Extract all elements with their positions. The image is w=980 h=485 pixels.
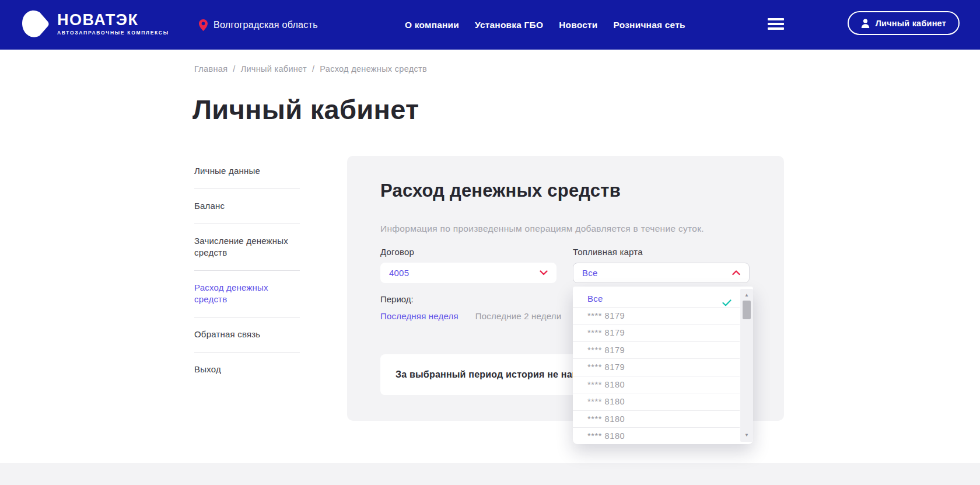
- chevron-up-icon: [732, 270, 740, 275]
- logo-title: НОВАТЭК: [57, 12, 169, 28]
- breadcrumb-separator: /: [233, 64, 235, 74]
- breadcrumb-item-1[interactable]: Личный кабинет: [241, 64, 307, 74]
- page-title: Личный кабинет: [192, 93, 419, 125]
- fuel-card-option-8[interactable]: **** 8180: [573, 428, 740, 444]
- fuel-card-label: Топливная карта: [573, 247, 643, 257]
- fuel-card-option-5[interactable]: **** 8180: [573, 376, 740, 394]
- period-links: Последняя неделяПоследние 2 недели: [380, 311, 561, 321]
- user-icon: [861, 19, 870, 28]
- fuel-card-option-0[interactable]: Все: [573, 290, 740, 308]
- region-label: Волгоградская область: [214, 20, 318, 30]
- contract-select[interactable]: 4005: [380, 263, 556, 283]
- logo-subtitle: АВТОЗАПРАВОЧНЫЕ КОМПЛЕКСЫ: [57, 30, 169, 36]
- fuel-card-option-2[interactable]: **** 8179: [573, 325, 740, 342]
- footer: [0, 463, 980, 485]
- fuel-card-option-7[interactable]: **** 8180: [573, 411, 740, 428]
- account-button[interactable]: Личный кабинет: [848, 11, 960, 35]
- fuel-card-option-3[interactable]: **** 8179: [573, 342, 740, 360]
- location-pin-icon: [199, 19, 208, 31]
- fuel-card-dropdown: Все**** 8179**** 8179**** 8179**** 8179*…: [573, 287, 753, 444]
- period-link-1[interactable]: Последние 2 недели: [475, 311, 561, 321]
- sidebar-item-5[interactable]: Выход: [194, 364, 300, 387]
- fuel-card-select-value: Все: [582, 268, 597, 278]
- sidebar-item-0[interactable]: Личные данные: [194, 165, 300, 189]
- breadcrumb: Главная/Личный кабинет/Расход денежных с…: [194, 64, 427, 74]
- triangle-up-icon[interactable]: ▲: [740, 292, 753, 299]
- panel-subtitle: Информация по произведенным операциям до…: [380, 224, 704, 234]
- header: НОВАТЭК АВТОЗАПРАВОЧНЫЕ КОМПЛЕКСЫ Волгог…: [0, 0, 980, 50]
- fuel-card-option-1[interactable]: **** 8179: [573, 308, 740, 325]
- sidebar-item-1[interactable]: Баланс: [194, 200, 300, 224]
- empty-message: За выбранный период история не найдена: [396, 369, 600, 380]
- scrollbar-thumb[interactable]: [743, 301, 751, 319]
- flame-logo-icon: [20, 7, 50, 40]
- panel-title: Расход денежных средств: [380, 180, 621, 201]
- fuel-card-select[interactable]: Все: [573, 263, 750, 283]
- sidebar-item-3[interactable]: Расход денежных средств: [194, 282, 300, 317]
- burger-bar: [768, 23, 784, 25]
- period-link-0[interactable]: Последняя неделя: [380, 311, 459, 321]
- sidebar-item-2[interactable]: Зачисление денежных средств: [194, 235, 300, 271]
- fuel-card-option-6[interactable]: **** 8180: [573, 393, 740, 411]
- fuel-card-options: Все**** 8179**** 8179**** 8179**** 8179*…: [573, 290, 740, 444]
- nav-item-3[interactable]: Розничная сеть: [614, 20, 685, 30]
- hamburger-menu-icon[interactable]: [768, 18, 784, 30]
- nav-item-1[interactable]: Установка ГБО: [475, 20, 543, 30]
- region-selector[interactable]: Волгоградская область: [199, 0, 318, 50]
- main-nav: О компанииУстановка ГБОНовостиРозничная …: [405, 0, 685, 50]
- fuel-card-option-4[interactable]: **** 8179: [573, 359, 740, 376]
- breadcrumb-separator: /: [312, 64, 314, 74]
- sidebar-item-4[interactable]: Обратная связь: [194, 329, 300, 353]
- nav-item-2[interactable]: Новости: [559, 20, 597, 30]
- breadcrumb-item-2[interactable]: Расход денежных средств: [320, 64, 427, 74]
- account-button-label: Личный кабинет: [876, 19, 946, 28]
- contract-label: Договор: [380, 247, 414, 257]
- page: НОВАТЭК АВТОЗАПРАВОЧНЫЕ КОМПЛЕКСЫ Волгог…: [0, 0, 980, 485]
- chevron-down-icon: [540, 270, 548, 275]
- burger-bar: [768, 27, 784, 30]
- logo[interactable]: НОВАТЭК АВТОЗАПРАВОЧНЫЕ КОМПЛЕКСЫ: [20, 7, 169, 40]
- sidebar: Личные данныеБалансЗачисление денежных с…: [194, 165, 300, 398]
- contract-select-value: 4005: [389, 268, 409, 278]
- breadcrumb-item-0[interactable]: Главная: [194, 64, 228, 74]
- logo-text: НОВАТЭК АВТОЗАПРАВОЧНЫЕ КОМПЛЕКСЫ: [57, 12, 169, 36]
- nav-item-0[interactable]: О компании: [405, 20, 459, 30]
- burger-bar: [768, 18, 784, 20]
- dropdown-scrollbar[interactable]: ▲ ▼: [740, 289, 753, 442]
- period-label: Период:: [380, 294, 414, 304]
- triangle-down-icon[interactable]: ▼: [740, 432, 753, 439]
